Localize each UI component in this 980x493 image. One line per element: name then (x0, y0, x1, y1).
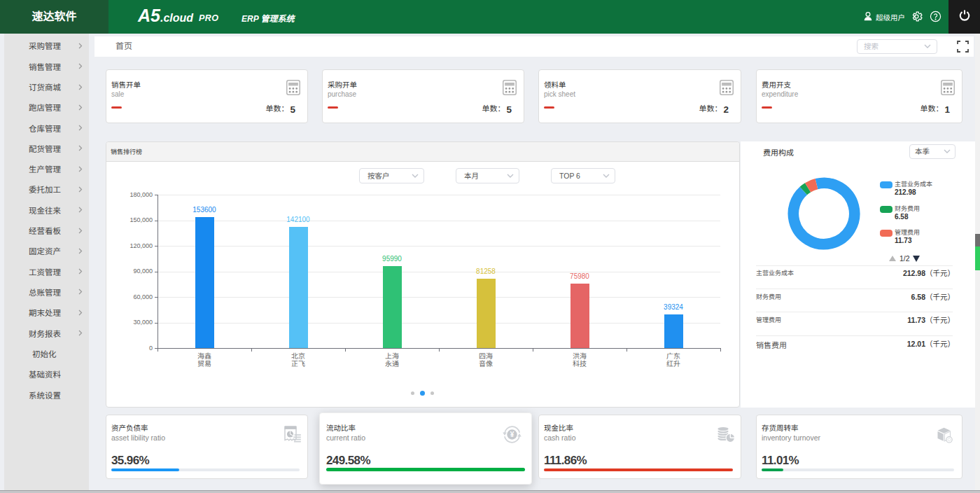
svg-text:¥: ¥ (510, 431, 514, 438)
